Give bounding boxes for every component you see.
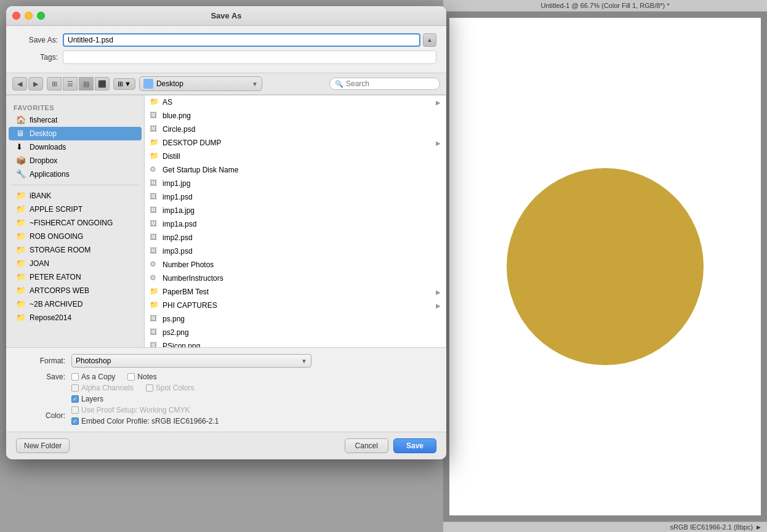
checkbox-layers[interactable] [71,395,79,403]
sidebar-item-downloads[interactable]: ⬇ Downloads [9,140,142,154]
option-alpha-channels[interactable]: Alpha Channels [71,384,134,392]
sidebar-item-storage-room[interactable]: 📁 STORAGE ROOM [9,243,142,257]
file-name-as: AS [163,98,172,107]
sidebar-item-desktop[interactable]: 🖥 Desktop [9,127,142,140]
view-buttons: ⊞ ☰ ▤ ⬛ [47,77,110,91]
color-label: Color: [16,411,65,420]
file-item-imp3-psd[interactable]: 🖼 imp3.psd [145,244,446,258]
search-input[interactable] [346,79,435,88]
file-name-imp2: imp2.psd [163,233,193,242]
new-folder-button[interactable]: New Folder [16,438,70,453]
close-button[interactable] [12,12,20,20]
file-item-imp2-psd[interactable]: 🖼 imp2.psd [145,231,446,244]
format-chevron: ▼ [301,358,307,365]
format-select[interactable]: Photoshop ▼ [71,354,311,368]
file-item-imp1-psd[interactable]: 🖼 imp1.psd [145,190,446,204]
checkbox-notes[interactable] [127,373,135,381]
location-label: Desktop [156,79,183,88]
location-selector[interactable]: Desktop ▼ [139,76,262,91]
file-item-blue-png[interactable]: 🖼 blue.png [145,109,446,123]
tags-input[interactable] [63,50,436,64]
sidebar-item-rob-ongoing[interactable]: 📁 ROB ONGOING [9,230,142,243]
expand-button[interactable]: ▲ [423,33,436,47]
cancel-button[interactable]: Cancel [345,438,388,453]
sidebar-item-applescript[interactable]: 📁 APPLE SCRIPT [9,203,142,216]
format-row: Format: Photoshop ▼ [16,354,436,368]
option-spot-colors[interactable]: Spot Colors [146,384,195,392]
file-item-imp1a-psd[interactable]: 🖼 imp1a.psd [145,217,446,231]
back-button[interactable]: ◀ [12,77,27,91]
file-item-circle-psd[interactable]: 🖼 Circle.psd [145,123,446,136]
search-box[interactable]: 🔍 [329,78,440,90]
column-view-button[interactable]: ▤ [79,77,94,91]
color-row: Color: Use Proof Setup: Working CMYK Emb… [16,406,436,425]
file-name-ps2: ps2.png [163,328,189,337]
sidebar-item-fishercat-ongoing[interactable]: 📁 ~FISHERCAT ONGOING [9,216,142,230]
doc-icon-imp1apsd: 🖼 [150,219,159,229]
doc-icon-psicon: 🖼 [150,341,159,347]
file-item-imp1-jpg[interactable]: 🖼 imp1.jpg [145,177,446,190]
script-icon-numinstr: ⚙ [150,273,159,283]
sidebar-item-ibank[interactable]: 📁 iBANK [9,189,142,203]
sidebar-item-2b-archived[interactable]: 📁 ~2B ARCHIVED [9,297,142,311]
folder-icon-distill: 📁 [150,151,159,161]
sidebar-label-joan: JOAN [30,259,49,268]
checkbox-as-copy[interactable] [71,373,79,381]
file-item-desktop-dump[interactable]: 📁 DESKTOP DUMP ▶ [145,136,446,150]
folder-icon-ibank: 📁 [16,191,26,201]
view-dropdown-icon: ⊞ [118,80,123,88]
file-item-paperbm[interactable]: 📁 PaperBM Test ▶ [145,285,446,299]
option-notes[interactable]: Notes [127,373,156,381]
checkbox-embed-color[interactable] [71,417,79,425]
list-view-button[interactable]: ☰ [63,77,78,91]
option-embed-color[interactable]: Embed Color Profile: sRGB IEC61966-2.1 [71,417,219,425]
script-icon-numphoto: ⚙ [150,260,159,270]
file-item-phi-captures[interactable]: 📁 PHI CAPTURES ▶ [145,299,446,312]
doc-icon-imp3: 🖼 [150,246,159,256]
sidebar-label-rob-ongoing: ROB ONGOING [30,232,83,241]
maximize-button[interactable] [37,12,45,20]
icon-view-button[interactable]: ⊞ [47,77,62,91]
folder-icon-repose: 📁 [16,313,26,323]
minimize-button[interactable] [25,12,33,20]
saveas-input[interactable] [63,33,420,47]
sidebar-item-joan[interactable]: 📁 JOAN [9,257,142,270]
sidebar-item-repose2014[interactable]: 📁 Repose2014 [9,311,142,324]
file-item-imp1a-jpg[interactable]: 🖼 imp1a.jpg [145,204,446,217]
file-item-number-instructors[interactable]: ⚙ NumberInstructors [145,272,446,285]
file-list[interactable]: 📁 AS ▶ 🖼 blue.png 🖼 Circle.psd 📁 DESKTOP… [145,95,446,347]
coverflow-view-button[interactable]: ⬛ [95,77,110,91]
sidebar-item-artcorps[interactable]: 📁 ARTCORPS WEB [9,284,142,297]
sidebar-item-applications[interactable]: 🔧 Applications [9,167,142,181]
window-buttons [12,12,45,20]
label-notes: Notes [137,373,156,381]
option-layers[interactable]: Layers [71,395,103,403]
option-use-proof[interactable]: Use Proof Setup: Working CMYK [71,406,219,414]
label-layers: Layers [81,395,103,403]
sidebar-item-dropbox[interactable]: 📦 Dropbox [9,154,142,167]
view-dropdown-arrow: ▼ [124,80,131,87]
file-item-as[interactable]: 📁 AS ▶ [145,95,446,109]
checkbox-spot[interactable] [146,384,153,392]
option-as-copy[interactable]: As a Copy [71,373,115,381]
checkbox-alpha[interactable] [71,384,79,392]
file-item-number-photos[interactable]: ⚙ Number Photos [145,258,446,272]
file-item-get-startup[interactable]: ⚙ Get Startup Disk Name [145,163,446,177]
file-item-ps2-png[interactable]: 🖼 ps2.png [145,326,446,339]
file-item-psicon-png[interactable]: 🖼 PSicon.png [145,339,446,347]
sidebar-label-desktop: Desktop [30,129,57,138]
view-dropdown[interactable]: ⊞ ▼ [113,78,135,90]
arrow-icon-phi: ▶ [436,302,441,309]
sidebar-label-artcorps: ARTCORPS WEB [30,286,89,295]
home-icon: 🏠 [16,115,26,125]
saveas-row: Save As: ▲ [16,33,436,47]
forward-button[interactable]: ▶ [28,77,43,91]
folder-icon-artcorps: 📁 [16,286,26,296]
bottom-options: Format: Photoshop ▼ Save: As a Copy Note… [6,347,446,432]
sidebar-item-peter-eaton[interactable]: 📁 PETER EATON [9,270,142,284]
file-item-distill[interactable]: 📁 Distill [145,150,446,163]
sidebar-item-fishercat[interactable]: 🏠 fishercat [9,113,142,127]
checkbox-use-proof[interactable] [71,406,79,414]
file-item-ps-png[interactable]: 🖼 ps.png [145,312,446,326]
save-button[interactable]: Save [393,438,436,453]
